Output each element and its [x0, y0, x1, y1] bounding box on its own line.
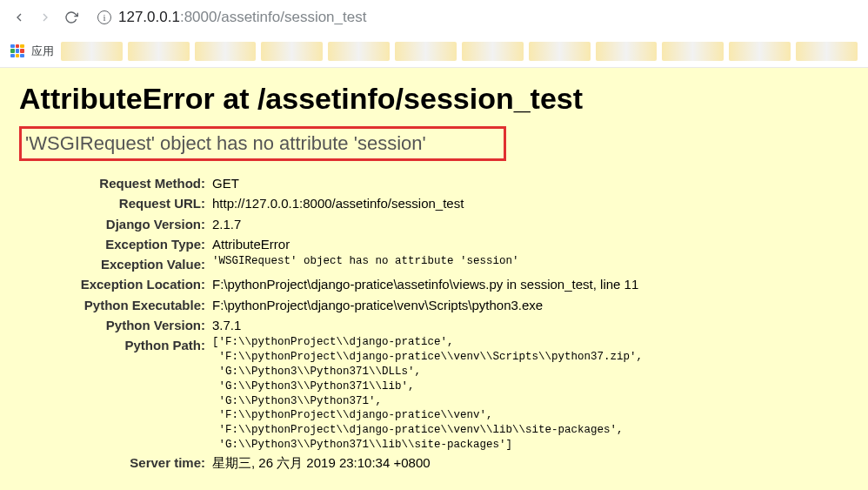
- exception-location-row: Exception Location: F:\pythonProject\dja…: [54, 274, 849, 294]
- forward-button[interactable]: [37, 9, 54, 26]
- browser-toolbar: i 127.0.0.1:8000/assetinfo/session_test: [0, 0, 868, 35]
- request-url-label: Request URL:: [54, 193, 212, 213]
- apps-label[interactable]: 应用: [31, 44, 54, 59]
- request-url-value: http://127.0.0.1:8000/assetinfo/session_…: [212, 193, 464, 213]
- server-time-value: 星期三, 26 六月 2019 23:10:34 +0800: [212, 453, 431, 473]
- python-executable-row: Python Executable: F:\pythonProject\djan…: [54, 295, 849, 315]
- exception-type-value: AttributeError: [212, 234, 290, 254]
- python-path-label: Python Path:: [54, 335, 212, 355]
- python-path-row: Python Path: ['F:\\pythonProject\\django…: [54, 335, 849, 453]
- apps-icon[interactable]: [10, 44, 24, 58]
- exception-value-value: 'WSGIRequest' object has no attribute 's…: [212, 254, 519, 269]
- python-executable-value: F:\pythonProject\django-pratice\venv\Scr…: [212, 295, 543, 315]
- python-executable-label: Python Executable:: [54, 295, 212, 315]
- request-method-value: GET: [212, 173, 239, 193]
- bookmarks-redacted: [61, 42, 858, 61]
- python-version-label: Python Version:: [54, 315, 212, 335]
- back-button[interactable]: [10, 9, 28, 26]
- exception-type-row: Exception Type: AttributeError: [54, 234, 849, 254]
- django-version-row: Django Version: 2.1.7: [54, 214, 849, 234]
- error-title: AttributeError at /assetinfo/session_tes…: [19, 82, 849, 116]
- server-time-row: Server time: 星期三, 26 六月 2019 23:10:34 +0…: [54, 453, 849, 473]
- address-bar[interactable]: i 127.0.0.1:8000/assetinfo/session_test: [89, 9, 858, 26]
- error-page: AttributeError at /assetinfo/session_tes…: [0, 68, 868, 490]
- python-path-value: ['F:\\pythonProject\\django-pratice', 'F…: [212, 335, 643, 453]
- exception-value-row: Exception Value: 'WSGIRequest' object ha…: [54, 254, 849, 274]
- error-details-table: Request Method: GET Request URL: http://…: [54, 173, 849, 473]
- request-method-label: Request Method:: [54, 173, 212, 193]
- exception-location-label: Exception Location:: [54, 274, 212, 294]
- server-time-label: Server time:: [54, 453, 212, 473]
- bookmark-bar: 应用: [0, 35, 868, 68]
- exception-value-label: Exception Value:: [54, 254, 212, 274]
- request-method-row: Request Method: GET: [54, 173, 849, 193]
- reload-button[interactable]: [63, 9, 80, 26]
- error-subtitle: 'WSGIRequest' object has no attribute 's…: [19, 126, 506, 161]
- exception-type-label: Exception Type:: [54, 234, 212, 254]
- site-info-icon[interactable]: i: [97, 10, 111, 24]
- url-text: 127.0.0.1:8000/assetinfo/session_test: [118, 9, 366, 26]
- python-version-value: 3.7.1: [212, 315, 241, 335]
- django-version-value: 2.1.7: [212, 214, 241, 234]
- python-version-row: Python Version: 3.7.1: [54, 315, 849, 335]
- exception-location-value: F:\pythonProject\django-pratice\assetinf…: [212, 274, 638, 294]
- request-url-row: Request URL: http://127.0.0.1:8000/asset…: [54, 193, 849, 213]
- django-version-label: Django Version:: [54, 214, 212, 234]
